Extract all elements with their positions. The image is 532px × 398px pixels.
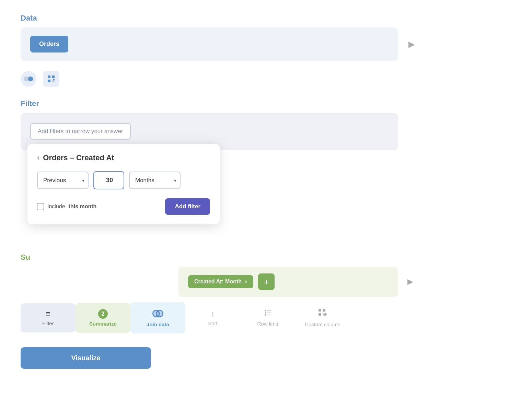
filter-content-area: Add filters to narrow your answer ‹ Orde… xyxy=(21,113,511,150)
toolbar-summarize-label: Summarize xyxy=(89,321,117,327)
grid-icon[interactable] xyxy=(43,71,59,87)
summarize-badge: 2 xyxy=(98,309,108,319)
svg-rect-15 xyxy=(323,309,325,312)
include-label: Include xyxy=(47,203,65,210)
svg-rect-5 xyxy=(52,80,55,82)
svg-rect-4 xyxy=(48,80,50,82)
svg-point-12 xyxy=(265,314,266,316)
this-month-label: this month xyxy=(69,203,97,210)
summarize-area: Su Created At: Month × + ▶ xyxy=(21,253,398,297)
svg-rect-2 xyxy=(48,75,50,78)
number-input[interactable] xyxy=(93,171,124,189)
summarize-result-card: Created At: Month × + ▶ xyxy=(178,267,398,297)
summarize-row: Created At: Month × + ▶ xyxy=(21,267,398,297)
svg-point-1 xyxy=(28,77,33,81)
toolbar-row-limit[interactable]: Row limit xyxy=(240,303,295,333)
visualize-button[interactable]: Visualize xyxy=(21,347,151,369)
previous-select[interactable]: Previous Next Current xyxy=(37,172,89,189)
summarize-section-label: Su xyxy=(21,253,398,262)
include-this-month-row: Include this month xyxy=(37,203,96,210)
filter-placeholder-button[interactable]: Add filters to narrow your answer xyxy=(30,123,131,140)
svg-point-8 xyxy=(265,310,266,312)
orders-button[interactable]: Orders xyxy=(30,36,68,52)
toolbar-row-limit-label: Row limit xyxy=(257,321,278,327)
include-this-month-checkbox[interactable] xyxy=(37,203,44,210)
toolbar-summarize[interactable]: 2 Summarize xyxy=(76,303,130,333)
toolbar-filter-icon: ≡ xyxy=(46,309,50,318)
data-section: Data Orders ▶ xyxy=(21,14,511,61)
sort-icon: ↕ xyxy=(211,309,215,318)
popup-title: Orders – Created At xyxy=(43,153,114,162)
popup-footer: Include this month Add filter xyxy=(37,198,210,215)
add-filter-button[interactable]: Add filter xyxy=(165,198,210,215)
tag-label: Created At: Month xyxy=(194,279,242,285)
toolbar-join[interactable]: Join data xyxy=(130,302,185,333)
filter-section-label: Filter xyxy=(21,99,511,108)
toolbar-custom-column-label: Custom column xyxy=(305,321,340,327)
svg-rect-16 xyxy=(319,313,321,316)
filter-section: Filter Add filters to narrow your answer… xyxy=(21,99,511,150)
row-limit-icon xyxy=(264,309,272,319)
data-section-label: Data xyxy=(21,14,511,23)
toolbar-join-label: Join data xyxy=(147,321,169,327)
bottom-toolbar: ≡ Filter 2 Summarize Join data ↕ Sort xyxy=(21,302,398,333)
toolbar-filter-label: Filter xyxy=(42,320,54,326)
svg-point-10 xyxy=(265,312,266,314)
popup-card: ‹ Orders – Created At Previous Next Curr… xyxy=(27,144,220,224)
toolbar-sort-label: Sort xyxy=(208,320,218,326)
toolbar-sort[interactable]: ↕ Sort xyxy=(185,303,240,332)
add-summarize-button[interactable]: + xyxy=(258,273,275,290)
join-icon xyxy=(152,308,163,319)
custom-column-icon xyxy=(318,308,327,319)
filter-popup: ‹ Orders – Created At Previous Next Curr… xyxy=(27,140,220,224)
tag-remove-icon[interactable]: × xyxy=(244,279,247,284)
created-at-month-tag[interactable]: Created At: Month × xyxy=(188,275,253,288)
popup-header: ‹ Orders – Created At xyxy=(37,153,210,162)
summarize-arrow-icon: ▶ xyxy=(407,277,413,286)
svg-rect-14 xyxy=(319,309,321,312)
toolbar-custom-column[interactable]: Custom column xyxy=(295,302,350,333)
data-card: Orders xyxy=(21,27,398,61)
previous-select-wrapper: Previous Next Current ▾ xyxy=(37,172,89,189)
popup-filter-row: Previous Next Current ▾ Minutes Hours Da… xyxy=(37,171,210,189)
bottom-toolbar-area: ≡ Filter 2 Summarize Join data ↕ Sort xyxy=(21,302,511,333)
data-section-arrow-icon: ▶ xyxy=(408,39,415,49)
icon-row xyxy=(21,71,511,87)
months-select-wrapper: Minutes Hours Days Weeks Months Quarters… xyxy=(129,172,181,189)
svg-rect-3 xyxy=(52,75,55,78)
toggle-icon[interactable] xyxy=(21,71,36,87)
back-arrow-icon[interactable]: ‹ xyxy=(37,153,39,162)
toolbar-filter[interactable]: ≡ Filter xyxy=(21,303,76,332)
months-select[interactable]: Minutes Hours Days Weeks Months Quarters… xyxy=(129,172,181,189)
